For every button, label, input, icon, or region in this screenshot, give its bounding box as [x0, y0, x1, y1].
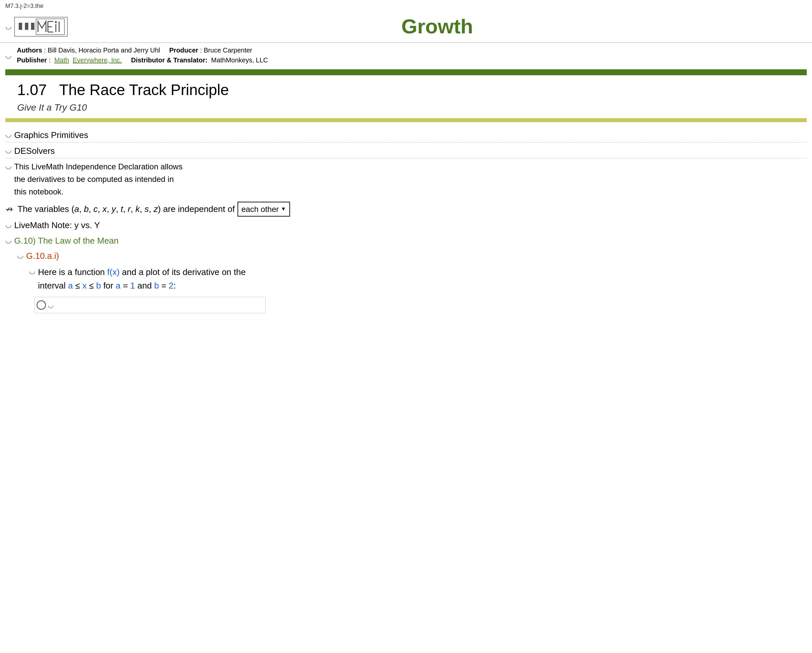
independence-dropdown[interactable]: each other ▼ — [238, 202, 290, 217]
law-of-mean-text: G.10) The Law of the Mean — [14, 235, 119, 247]
function-b-val: b — [154, 281, 159, 291]
variables-math: a — [74, 204, 79, 214]
file-path: M7.3.j-2=3.the — [0, 0, 812, 11]
distributor-value: MathMonkeys, LLC — [211, 56, 268, 64]
livemath-note-item: ◡ LiveMath Note: y vs. Y — [5, 218, 807, 233]
graphics-text: Graphics Primitives — [14, 129, 88, 142]
graphics-item: ◡ Graphics Primitives — [5, 128, 807, 143]
g10ai-item: ◡ G.10.a.i) — [5, 248, 807, 263]
g10ai-chat-icon[interactable]: ◡ — [17, 251, 23, 261]
function-desc-item: ◡ Here is a function f(x) and a plot of … — [5, 264, 807, 294]
header-chat-icon[interactable]: ◡ — [5, 21, 12, 32]
section-number: 1.07 — [17, 81, 47, 98]
dropdown-arrow-icon: ▼ — [281, 205, 286, 213]
meta-chat-icon[interactable]: ◡ — [5, 50, 12, 61]
meta-section: ◡ Authors : Bill Davis, Horacio Porta an… — [0, 43, 812, 68]
dropdown-value: each other — [241, 204, 279, 215]
mei-logo: ▮▮▮ — [14, 17, 68, 37]
bottom-input-box[interactable]: ◡ — [34, 297, 266, 313]
graphics-chat-icon[interactable]: ◡ — [5, 129, 12, 140]
variables-text: The variables (a, b, c, x, y, t, r, k, s… — [17, 203, 235, 216]
livemath-chat-icon[interactable]: ◡ — [5, 220, 12, 230]
section-title: 1.07 The Race Track Principle — [0, 76, 812, 100]
function-a: a — [68, 281, 73, 291]
header-section: ◡ ▮▮▮ Growth — [0, 11, 812, 43]
publisher-link1[interactable]: Math — [54, 56, 69, 64]
independence-text: This LiveMath Independence Declaration a… — [14, 160, 183, 198]
function-a-val: a — [116, 281, 120, 291]
green-divider-bar — [5, 69, 807, 75]
function-chat-icon[interactable]: ◡ — [29, 266, 35, 276]
authors-line: Authors : Bill Davis, Horacio Porta and … — [17, 46, 807, 55]
g10ai-text: G.10.a.i) — [26, 250, 59, 262]
bottom-chat-icon[interactable]: ◡ — [48, 300, 53, 310]
publisher-label: Publisher — [17, 56, 47, 64]
section-title-text: The Race Track Principle — [59, 81, 229, 98]
function-2: 2 — [169, 281, 173, 291]
producer-label: Producer — [169, 47, 198, 54]
desolvers-text: DESolvers — [14, 145, 55, 157]
page-title: Growth — [68, 12, 807, 41]
producer-value: : Bruce Carpenter — [200, 47, 252, 54]
content-area: ◡ Graphics Primitives ◡ DESolvers ◡ This… — [0, 128, 812, 313]
independence-chat-icon[interactable]: ◡ — [5, 161, 12, 171]
svg-point-6 — [55, 21, 57, 23]
function-fx: f(x) — [107, 267, 120, 277]
authors-label: Authors — [17, 47, 42, 54]
publisher-link2[interactable]: Everywhere, Inc. — [73, 56, 122, 64]
circle-icon — [37, 300, 46, 310]
subtitle-text: Give It a Try G10 — [17, 102, 87, 113]
function-desc-text: Here is a function f(x) and a plot of it… — [38, 265, 246, 293]
desolvers-item: ◡ DESolvers — [5, 143, 807, 158]
law-of-mean-item: ◡ G.10) The Law of the Mean — [5, 233, 807, 248]
independence-item: ◡ This LiveMath Independence Declaration… — [5, 159, 807, 200]
livemath-note-text: LiveMath Note: y vs. Y — [14, 219, 100, 231]
function-1: 1 — [130, 281, 135, 291]
variable-arrow-icon: ↛ — [5, 203, 13, 216]
function-x: x — [82, 281, 87, 291]
meta-lines: Authors : Bill Davis, Horacio Porta and … — [17, 46, 807, 65]
function-b: b — [96, 281, 101, 291]
mei-logo-text: ▮▮▮ — [17, 18, 35, 35]
section-subtitle: Give It a Try G10 — [0, 100, 812, 117]
authors-value: : Bill Davis, Horacio Porta and Jerry Uh… — [44, 47, 160, 54]
yellow-divider-bar — [5, 118, 807, 122]
law-of-mean-chat-icon[interactable]: ◡ — [5, 235, 12, 246]
path-label: M7.3.j-2=3.the — [5, 3, 44, 9]
variables-row: ↛ The variables (a, b, c, x, y, t, r, k,… — [5, 200, 807, 218]
mei-logo-svg — [35, 18, 65, 35]
publisher-line: Publisher : Math Everywhere, Inc. Distri… — [17, 55, 807, 65]
desolvers-chat-icon[interactable]: ◡ — [5, 145, 12, 155]
distributor-label: Distributor & Translator: — [131, 56, 208, 64]
